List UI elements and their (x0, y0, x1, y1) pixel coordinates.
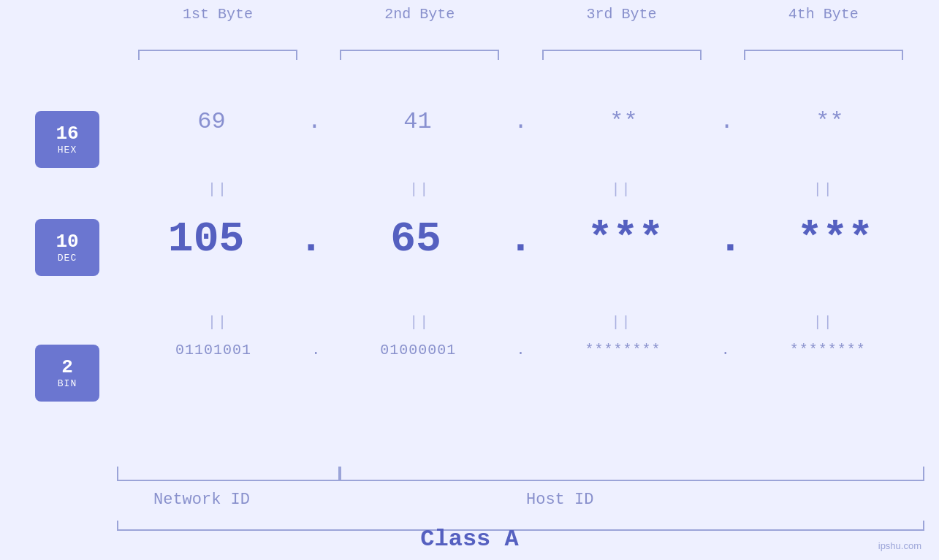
dec-badge-label: DEC (58, 253, 77, 264)
network-bracket (117, 480, 340, 481)
hex-badge: 16 HEX (35, 111, 99, 168)
hex-col3: ** (529, 108, 718, 135)
hex-col2: 41 (323, 108, 512, 135)
byte4-header-col: 4th Byte (723, 6, 924, 23)
bin-col2: 01000001 (322, 342, 514, 358)
dec-dot2: . (508, 215, 533, 263)
equals-row-2: || || || || (117, 314, 924, 331)
byte-headers: 1st Byte 2nd Byte 3rd Byte 4th Byte (117, 6, 924, 23)
byte1-header-col: 1st Byte (117, 6, 319, 23)
bin-val3: ******** (585, 342, 661, 358)
byte4-header: 4th Byte (788, 6, 859, 23)
hex-dot3: . (720, 108, 734, 135)
dec-row: 105 . 65 . *** . *** (117, 215, 924, 263)
dec-col4: *** (746, 215, 924, 263)
network-id-label: Network ID (153, 491, 250, 509)
bin-col4: ******** (731, 342, 924, 358)
eq1-sym3: || (612, 181, 632, 198)
bin-badge-label: BIN (58, 378, 77, 389)
hex-dot1: . (308, 108, 322, 135)
bin-val4: ******** (790, 342, 866, 358)
bin-val2: 01000001 (380, 342, 456, 358)
class-a-label: Class A (420, 526, 518, 553)
byte1-header: 1st Byte (183, 6, 253, 23)
hex-row: 69 . 41 . ** . ** (117, 108, 924, 135)
watermark: ipshu.com (878, 540, 921, 551)
dec-val4: *** (797, 215, 873, 263)
dec-val3: *** (588, 215, 664, 263)
dec-val1: 105 (168, 215, 244, 263)
bin-dot3: . (721, 342, 730, 358)
eq2-col2: || (319, 314, 520, 331)
eq2-col1: || (117, 314, 319, 331)
hex-col1: 69 (117, 108, 306, 135)
bracket4-col (723, 50, 924, 51)
bracket2-col (319, 50, 520, 51)
eq1-col1: || (117, 181, 319, 198)
bin-col1: 01101001 (117, 342, 310, 358)
class-bracket (117, 529, 924, 531)
bin-col3: ******** (527, 342, 720, 358)
bin-badge: 2 BIN (35, 345, 99, 402)
hex-val2: 41 (403, 108, 431, 135)
eq1-col3: || (521, 181, 723, 198)
bin-dot2: . (516, 342, 525, 358)
bracket1 (138, 50, 297, 51)
equals-row-1: || || || || (117, 181, 924, 198)
hex-badge-label: HEX (58, 145, 77, 156)
eq1-sym1: || (208, 181, 228, 198)
hex-col4: ** (735, 108, 924, 135)
dec-badge: 10 DEC (35, 219, 99, 276)
eq2-sym3: || (612, 314, 632, 331)
host-id-label: Host ID (526, 491, 593, 509)
byte3-header: 3rd Byte (587, 6, 657, 23)
top-brackets (117, 50, 924, 51)
dec-col1: 105 (117, 215, 295, 263)
dec-val2: 65 (390, 215, 441, 263)
eq1-sym2: || (409, 181, 430, 198)
hex-badge-number: 16 (56, 123, 78, 145)
main-container: { "header": { "byte1": "1st Byte", "byte… (0, 0, 939, 560)
bracket1-col (117, 50, 319, 51)
hex-dot2: . (514, 108, 528, 135)
dec-col3: *** (536, 215, 715, 263)
bracket3 (542, 50, 702, 51)
bin-val1: 01101001 (175, 342, 251, 358)
hex-val4: ** (816, 108, 843, 135)
eq2-col4: || (723, 314, 924, 331)
hex-val1: 69 (197, 108, 225, 135)
eq2-sym1: || (208, 314, 228, 331)
bracket3-col (521, 50, 723, 51)
bracket2 (340, 50, 499, 51)
hex-val3: ** (609, 108, 637, 135)
bracket4 (744, 50, 903, 51)
byte3-header-col: 3rd Byte (521, 6, 723, 23)
dec-badge-number: 10 (56, 231, 78, 253)
eq1-col4: || (723, 181, 924, 198)
bin-row: 01101001 . 01000001 . ******** . *******… (117, 342, 924, 358)
dec-col2: 65 (327, 215, 505, 263)
byte2-header: 2nd Byte (384, 6, 455, 23)
host-bracket (340, 480, 924, 481)
byte2-header-col: 2nd Byte (319, 6, 520, 23)
eq1-sym4: || (813, 181, 834, 198)
bin-badge-number: 2 (61, 357, 73, 378)
eq1-col2: || (319, 181, 520, 198)
eq2-col3: || (521, 314, 723, 331)
eq2-sym4: || (813, 314, 834, 331)
dec-dot3: . (718, 215, 743, 263)
bin-dot1: . (311, 342, 320, 358)
eq2-sym2: || (409, 314, 430, 331)
dec-dot1: . (298, 215, 324, 263)
